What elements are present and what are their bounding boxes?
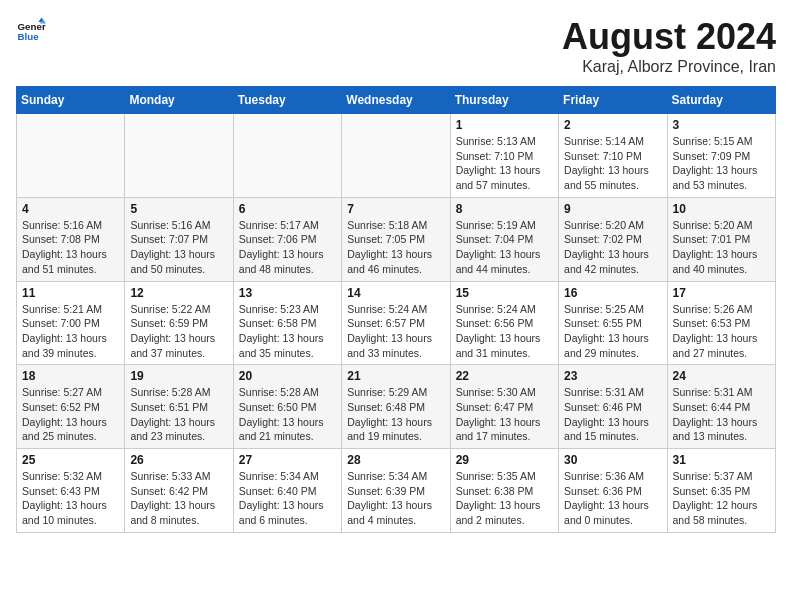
week-row-4: 18Sunrise: 5:27 AMSunset: 6:52 PMDayligh… <box>17 365 776 449</box>
weekday-header-monday: Monday <box>125 87 233 114</box>
day-number: 11 <box>22 286 119 300</box>
day-number: 21 <box>347 369 444 383</box>
day-number: 5 <box>130 202 227 216</box>
day-number: 31 <box>673 453 770 467</box>
day-info: Sunrise: 5:23 AMSunset: 6:58 PMDaylight:… <box>239 302 336 361</box>
calendar-cell: 8Sunrise: 5:19 AMSunset: 7:04 PMDaylight… <box>450 197 558 281</box>
day-info: Sunrise: 5:32 AMSunset: 6:43 PMDaylight:… <box>22 469 119 528</box>
day-number: 14 <box>347 286 444 300</box>
calendar-cell: 21Sunrise: 5:29 AMSunset: 6:48 PMDayligh… <box>342 365 450 449</box>
day-number: 7 <box>347 202 444 216</box>
day-info: Sunrise: 5:20 AMSunset: 7:02 PMDaylight:… <box>564 218 661 277</box>
day-info: Sunrise: 5:18 AMSunset: 7:05 PMDaylight:… <box>347 218 444 277</box>
day-info: Sunrise: 5:17 AMSunset: 7:06 PMDaylight:… <box>239 218 336 277</box>
page-header: General Blue August 2024 Karaj, Alborz P… <box>16 16 776 76</box>
day-number: 20 <box>239 369 336 383</box>
weekday-header-wednesday: Wednesday <box>342 87 450 114</box>
day-info: Sunrise: 5:22 AMSunset: 6:59 PMDaylight:… <box>130 302 227 361</box>
day-info: Sunrise: 5:30 AMSunset: 6:47 PMDaylight:… <box>456 385 553 444</box>
day-info: Sunrise: 5:28 AMSunset: 6:50 PMDaylight:… <box>239 385 336 444</box>
calendar-cell: 25Sunrise: 5:32 AMSunset: 6:43 PMDayligh… <box>17 449 125 533</box>
weekday-header-saturday: Saturday <box>667 87 775 114</box>
day-info: Sunrise: 5:25 AMSunset: 6:55 PMDaylight:… <box>564 302 661 361</box>
day-number: 27 <box>239 453 336 467</box>
calendar-cell: 31Sunrise: 5:37 AMSunset: 6:35 PMDayligh… <box>667 449 775 533</box>
day-info: Sunrise: 5:19 AMSunset: 7:04 PMDaylight:… <box>456 218 553 277</box>
day-number: 25 <box>22 453 119 467</box>
day-number: 9 <box>564 202 661 216</box>
calendar-cell: 26Sunrise: 5:33 AMSunset: 6:42 PMDayligh… <box>125 449 233 533</box>
day-info: Sunrise: 5:31 AMSunset: 6:46 PMDaylight:… <box>564 385 661 444</box>
calendar-cell: 28Sunrise: 5:34 AMSunset: 6:39 PMDayligh… <box>342 449 450 533</box>
calendar-cell <box>125 114 233 198</box>
day-info: Sunrise: 5:34 AMSunset: 6:39 PMDaylight:… <box>347 469 444 528</box>
calendar-cell: 10Sunrise: 5:20 AMSunset: 7:01 PMDayligh… <box>667 197 775 281</box>
calendar-cell: 5Sunrise: 5:16 AMSunset: 7:07 PMDaylight… <box>125 197 233 281</box>
day-number: 24 <box>673 369 770 383</box>
day-info: Sunrise: 5:35 AMSunset: 6:38 PMDaylight:… <box>456 469 553 528</box>
day-number: 22 <box>456 369 553 383</box>
weekday-header-thursday: Thursday <box>450 87 558 114</box>
day-info: Sunrise: 5:16 AMSunset: 7:08 PMDaylight:… <box>22 218 119 277</box>
calendar-cell: 20Sunrise: 5:28 AMSunset: 6:50 PMDayligh… <box>233 365 341 449</box>
day-number: 13 <box>239 286 336 300</box>
day-number: 3 <box>673 118 770 132</box>
day-number: 6 <box>239 202 336 216</box>
calendar-cell: 23Sunrise: 5:31 AMSunset: 6:46 PMDayligh… <box>559 365 667 449</box>
day-info: Sunrise: 5:24 AMSunset: 6:56 PMDaylight:… <box>456 302 553 361</box>
day-number: 17 <box>673 286 770 300</box>
day-info: Sunrise: 5:31 AMSunset: 6:44 PMDaylight:… <box>673 385 770 444</box>
logo: General Blue <box>16 16 46 46</box>
calendar-cell: 27Sunrise: 5:34 AMSunset: 6:40 PMDayligh… <box>233 449 341 533</box>
calendar-cell: 9Sunrise: 5:20 AMSunset: 7:02 PMDaylight… <box>559 197 667 281</box>
month-title: August 2024 <box>562 16 776 58</box>
day-info: Sunrise: 5:14 AMSunset: 7:10 PMDaylight:… <box>564 134 661 193</box>
day-info: Sunrise: 5:15 AMSunset: 7:09 PMDaylight:… <box>673 134 770 193</box>
title-block: August 2024 Karaj, Alborz Province, Iran <box>562 16 776 76</box>
day-info: Sunrise: 5:29 AMSunset: 6:48 PMDaylight:… <box>347 385 444 444</box>
week-row-3: 11Sunrise: 5:21 AMSunset: 7:00 PMDayligh… <box>17 281 776 365</box>
day-info: Sunrise: 5:33 AMSunset: 6:42 PMDaylight:… <box>130 469 227 528</box>
calendar-cell: 12Sunrise: 5:22 AMSunset: 6:59 PMDayligh… <box>125 281 233 365</box>
calendar-cell: 7Sunrise: 5:18 AMSunset: 7:05 PMDaylight… <box>342 197 450 281</box>
day-number: 18 <box>22 369 119 383</box>
calendar-cell: 3Sunrise: 5:15 AMSunset: 7:09 PMDaylight… <box>667 114 775 198</box>
day-number: 10 <box>673 202 770 216</box>
calendar-cell: 14Sunrise: 5:24 AMSunset: 6:57 PMDayligh… <box>342 281 450 365</box>
calendar-cell: 17Sunrise: 5:26 AMSunset: 6:53 PMDayligh… <box>667 281 775 365</box>
calendar-table: SundayMondayTuesdayWednesdayThursdayFrid… <box>16 86 776 533</box>
day-number: 1 <box>456 118 553 132</box>
calendar-header-row: SundayMondayTuesdayWednesdayThursdayFrid… <box>17 87 776 114</box>
calendar-cell <box>342 114 450 198</box>
weekday-header-friday: Friday <box>559 87 667 114</box>
logo-icon: General Blue <box>16 16 46 46</box>
week-row-2: 4Sunrise: 5:16 AMSunset: 7:08 PMDaylight… <box>17 197 776 281</box>
day-number: 29 <box>456 453 553 467</box>
calendar-cell: 6Sunrise: 5:17 AMSunset: 7:06 PMDaylight… <box>233 197 341 281</box>
calendar-cell: 30Sunrise: 5:36 AMSunset: 6:36 PMDayligh… <box>559 449 667 533</box>
day-info: Sunrise: 5:21 AMSunset: 7:00 PMDaylight:… <box>22 302 119 361</box>
calendar-cell: 15Sunrise: 5:24 AMSunset: 6:56 PMDayligh… <box>450 281 558 365</box>
location-subtitle: Karaj, Alborz Province, Iran <box>562 58 776 76</box>
day-number: 19 <box>130 369 227 383</box>
week-row-1: 1Sunrise: 5:13 AMSunset: 7:10 PMDaylight… <box>17 114 776 198</box>
calendar-cell <box>17 114 125 198</box>
calendar-cell: 11Sunrise: 5:21 AMSunset: 7:00 PMDayligh… <box>17 281 125 365</box>
day-info: Sunrise: 5:13 AMSunset: 7:10 PMDaylight:… <box>456 134 553 193</box>
day-number: 8 <box>456 202 553 216</box>
day-info: Sunrise: 5:37 AMSunset: 6:35 PMDaylight:… <box>673 469 770 528</box>
day-number: 30 <box>564 453 661 467</box>
weekday-header-tuesday: Tuesday <box>233 87 341 114</box>
calendar-cell: 1Sunrise: 5:13 AMSunset: 7:10 PMDaylight… <box>450 114 558 198</box>
day-number: 15 <box>456 286 553 300</box>
day-number: 26 <box>130 453 227 467</box>
calendar-cell: 29Sunrise: 5:35 AMSunset: 6:38 PMDayligh… <box>450 449 558 533</box>
day-number: 16 <box>564 286 661 300</box>
calendar-cell: 22Sunrise: 5:30 AMSunset: 6:47 PMDayligh… <box>450 365 558 449</box>
day-number: 4 <box>22 202 119 216</box>
calendar-cell: 13Sunrise: 5:23 AMSunset: 6:58 PMDayligh… <box>233 281 341 365</box>
svg-text:Blue: Blue <box>18 31 40 42</box>
day-number: 12 <box>130 286 227 300</box>
calendar-cell: 2Sunrise: 5:14 AMSunset: 7:10 PMDaylight… <box>559 114 667 198</box>
day-number: 23 <box>564 369 661 383</box>
